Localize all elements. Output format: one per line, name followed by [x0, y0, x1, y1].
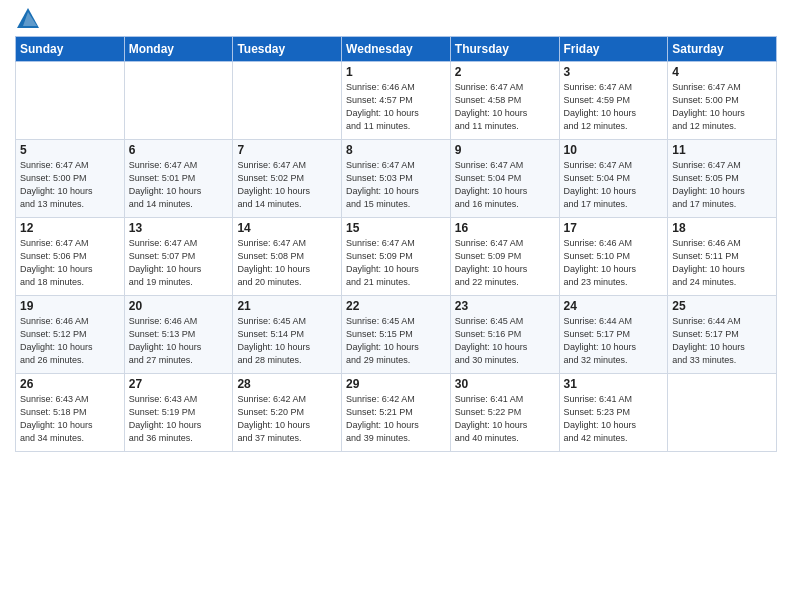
- day-number: 12: [20, 221, 120, 235]
- day-number: 6: [129, 143, 229, 157]
- day-number: 18: [672, 221, 772, 235]
- day-info: Sunrise: 6:47 AM Sunset: 5:00 PM Dayligh…: [672, 81, 772, 133]
- page: SundayMondayTuesdayWednesdayThursdayFrid…: [0, 0, 792, 612]
- day-info: Sunrise: 6:41 AM Sunset: 5:23 PM Dayligh…: [564, 393, 664, 445]
- calendar-cell: 11Sunrise: 6:47 AM Sunset: 5:05 PM Dayli…: [668, 140, 777, 218]
- day-number: 27: [129, 377, 229, 391]
- day-info: Sunrise: 6:47 AM Sunset: 5:09 PM Dayligh…: [455, 237, 555, 289]
- day-info: Sunrise: 6:47 AM Sunset: 5:05 PM Dayligh…: [672, 159, 772, 211]
- day-number: 9: [455, 143, 555, 157]
- calendar-cell: 3Sunrise: 6:47 AM Sunset: 4:59 PM Daylig…: [559, 62, 668, 140]
- day-info: Sunrise: 6:46 AM Sunset: 4:57 PM Dayligh…: [346, 81, 446, 133]
- day-number: 11: [672, 143, 772, 157]
- day-info: Sunrise: 6:42 AM Sunset: 5:20 PM Dayligh…: [237, 393, 337, 445]
- day-info: Sunrise: 6:47 AM Sunset: 5:06 PM Dayligh…: [20, 237, 120, 289]
- day-number: 14: [237, 221, 337, 235]
- day-info: Sunrise: 6:43 AM Sunset: 5:19 PM Dayligh…: [129, 393, 229, 445]
- calendar-cell: 9Sunrise: 6:47 AM Sunset: 5:04 PM Daylig…: [450, 140, 559, 218]
- header: [15, 10, 777, 28]
- day-info: Sunrise: 6:47 AM Sunset: 5:04 PM Dayligh…: [564, 159, 664, 211]
- calendar-cell: 2Sunrise: 6:47 AM Sunset: 4:58 PM Daylig…: [450, 62, 559, 140]
- day-info: Sunrise: 6:42 AM Sunset: 5:21 PM Dayligh…: [346, 393, 446, 445]
- day-number: 10: [564, 143, 664, 157]
- calendar-cell: [233, 62, 342, 140]
- calendar-cell: 29Sunrise: 6:42 AM Sunset: 5:21 PM Dayli…: [342, 374, 451, 452]
- day-info: Sunrise: 6:47 AM Sunset: 5:08 PM Dayligh…: [237, 237, 337, 289]
- calendar-cell: [668, 374, 777, 452]
- day-info: Sunrise: 6:46 AM Sunset: 5:11 PM Dayligh…: [672, 237, 772, 289]
- day-number: 29: [346, 377, 446, 391]
- calendar-cell: 22Sunrise: 6:45 AM Sunset: 5:15 PM Dayli…: [342, 296, 451, 374]
- day-number: 3: [564, 65, 664, 79]
- day-info: Sunrise: 6:47 AM Sunset: 5:04 PM Dayligh…: [455, 159, 555, 211]
- calendar-cell: 10Sunrise: 6:47 AM Sunset: 5:04 PM Dayli…: [559, 140, 668, 218]
- calendar-cell: 27Sunrise: 6:43 AM Sunset: 5:19 PM Dayli…: [124, 374, 233, 452]
- calendar-cell: 30Sunrise: 6:41 AM Sunset: 5:22 PM Dayli…: [450, 374, 559, 452]
- calendar-cell: 14Sunrise: 6:47 AM Sunset: 5:08 PM Dayli…: [233, 218, 342, 296]
- calendar-cell: 12Sunrise: 6:47 AM Sunset: 5:06 PM Dayli…: [16, 218, 125, 296]
- day-number: 30: [455, 377, 555, 391]
- day-number: 13: [129, 221, 229, 235]
- day-number: 8: [346, 143, 446, 157]
- day-number: 31: [564, 377, 664, 391]
- day-header: Tuesday: [233, 37, 342, 62]
- calendar-cell: 4Sunrise: 6:47 AM Sunset: 5:00 PM Daylig…: [668, 62, 777, 140]
- calendar-cell: 28Sunrise: 6:42 AM Sunset: 5:20 PM Dayli…: [233, 374, 342, 452]
- calendar-cell: 15Sunrise: 6:47 AM Sunset: 5:09 PM Dayli…: [342, 218, 451, 296]
- day-info: Sunrise: 6:45 AM Sunset: 5:14 PM Dayligh…: [237, 315, 337, 367]
- day-number: 15: [346, 221, 446, 235]
- day-header: Thursday: [450, 37, 559, 62]
- day-header: Sunday: [16, 37, 125, 62]
- calendar-cell: 16Sunrise: 6:47 AM Sunset: 5:09 PM Dayli…: [450, 218, 559, 296]
- day-number: 28: [237, 377, 337, 391]
- day-number: 21: [237, 299, 337, 313]
- day-info: Sunrise: 6:47 AM Sunset: 5:02 PM Dayligh…: [237, 159, 337, 211]
- day-info: Sunrise: 6:44 AM Sunset: 5:17 PM Dayligh…: [672, 315, 772, 367]
- logo-icon: [17, 8, 39, 28]
- calendar-cell: 5Sunrise: 6:47 AM Sunset: 5:00 PM Daylig…: [16, 140, 125, 218]
- day-number: 17: [564, 221, 664, 235]
- day-number: 7: [237, 143, 337, 157]
- day-header: Monday: [124, 37, 233, 62]
- calendar-cell: 13Sunrise: 6:47 AM Sunset: 5:07 PM Dayli…: [124, 218, 233, 296]
- day-header: Wednesday: [342, 37, 451, 62]
- day-number: 1: [346, 65, 446, 79]
- day-number: 4: [672, 65, 772, 79]
- calendar-cell: 18Sunrise: 6:46 AM Sunset: 5:11 PM Dayli…: [668, 218, 777, 296]
- calendar-cell: 7Sunrise: 6:47 AM Sunset: 5:02 PM Daylig…: [233, 140, 342, 218]
- day-info: Sunrise: 6:45 AM Sunset: 5:16 PM Dayligh…: [455, 315, 555, 367]
- day-info: Sunrise: 6:47 AM Sunset: 5:00 PM Dayligh…: [20, 159, 120, 211]
- day-number: 2: [455, 65, 555, 79]
- day-info: Sunrise: 6:46 AM Sunset: 5:13 PM Dayligh…: [129, 315, 229, 367]
- day-number: 5: [20, 143, 120, 157]
- day-header: Friday: [559, 37, 668, 62]
- day-number: 19: [20, 299, 120, 313]
- day-number: 26: [20, 377, 120, 391]
- calendar-cell: 17Sunrise: 6:46 AM Sunset: 5:10 PM Dayli…: [559, 218, 668, 296]
- day-info: Sunrise: 6:43 AM Sunset: 5:18 PM Dayligh…: [20, 393, 120, 445]
- day-info: Sunrise: 6:47 AM Sunset: 4:58 PM Dayligh…: [455, 81, 555, 133]
- calendar-cell: 21Sunrise: 6:45 AM Sunset: 5:14 PM Dayli…: [233, 296, 342, 374]
- day-info: Sunrise: 6:44 AM Sunset: 5:17 PM Dayligh…: [564, 315, 664, 367]
- calendar: SundayMondayTuesdayWednesdayThursdayFrid…: [15, 36, 777, 452]
- day-info: Sunrise: 6:47 AM Sunset: 5:01 PM Dayligh…: [129, 159, 229, 211]
- logo: [15, 10, 39, 28]
- day-number: 24: [564, 299, 664, 313]
- calendar-cell: 8Sunrise: 6:47 AM Sunset: 5:03 PM Daylig…: [342, 140, 451, 218]
- calendar-cell: 19Sunrise: 6:46 AM Sunset: 5:12 PM Dayli…: [16, 296, 125, 374]
- day-header: Saturday: [668, 37, 777, 62]
- calendar-cell: 31Sunrise: 6:41 AM Sunset: 5:23 PM Dayli…: [559, 374, 668, 452]
- calendar-cell: [16, 62, 125, 140]
- calendar-cell: 25Sunrise: 6:44 AM Sunset: 5:17 PM Dayli…: [668, 296, 777, 374]
- day-info: Sunrise: 6:46 AM Sunset: 5:12 PM Dayligh…: [20, 315, 120, 367]
- day-number: 25: [672, 299, 772, 313]
- calendar-cell: 1Sunrise: 6:46 AM Sunset: 4:57 PM Daylig…: [342, 62, 451, 140]
- calendar-cell: 6Sunrise: 6:47 AM Sunset: 5:01 PM Daylig…: [124, 140, 233, 218]
- day-info: Sunrise: 6:41 AM Sunset: 5:22 PM Dayligh…: [455, 393, 555, 445]
- day-info: Sunrise: 6:47 AM Sunset: 5:03 PM Dayligh…: [346, 159, 446, 211]
- day-info: Sunrise: 6:47 AM Sunset: 5:09 PM Dayligh…: [346, 237, 446, 289]
- calendar-cell: 23Sunrise: 6:45 AM Sunset: 5:16 PM Dayli…: [450, 296, 559, 374]
- calendar-cell: 26Sunrise: 6:43 AM Sunset: 5:18 PM Dayli…: [16, 374, 125, 452]
- day-number: 23: [455, 299, 555, 313]
- day-info: Sunrise: 6:47 AM Sunset: 4:59 PM Dayligh…: [564, 81, 664, 133]
